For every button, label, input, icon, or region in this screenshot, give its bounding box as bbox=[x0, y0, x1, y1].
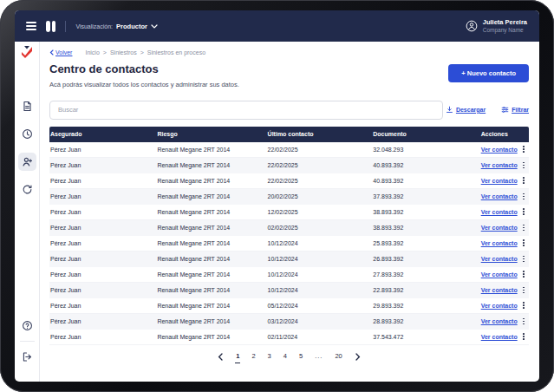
cell-documento: 27.893.392 bbox=[373, 271, 480, 278]
kebab-menu-icon[interactable] bbox=[521, 207, 526, 216]
view-contact-link[interactable]: Ver contacto bbox=[481, 193, 518, 199]
cell-ultimo-contacto: 10/12/2024 bbox=[268, 271, 374, 278]
page-title: Centro de contactos bbox=[49, 62, 239, 75]
pagination-page-20[interactable]: 20 bbox=[334, 350, 342, 363]
kebab-menu-icon[interactable] bbox=[521, 223, 526, 232]
kebab-menu-icon[interactable] bbox=[521, 176, 526, 185]
kebab-menu-icon[interactable] bbox=[521, 145, 526, 154]
kebab-menu-icon[interactable] bbox=[521, 285, 526, 294]
pagination-prev-icon[interactable] bbox=[216, 351, 225, 363]
kebab-menu-icon[interactable] bbox=[521, 270, 526, 278]
pagination-page-4[interactable]: 4 bbox=[283, 350, 288, 363]
view-contact-link[interactable]: Ver contacto bbox=[481, 147, 518, 153]
table-row: Pérez Juan Renault Megane 2RT 2014 03/12… bbox=[49, 314, 529, 330]
cell-ultimo-contacto: 20/02/2025 bbox=[268, 193, 374, 199]
cell-asegurado: Pérez Juan bbox=[49, 193, 157, 199]
table-row: Pérez Juan Renault Megane 2RT 2014 10/12… bbox=[49, 283, 529, 298]
sidebar-item-policies[interactable] bbox=[18, 97, 36, 115]
view-contact-link[interactable]: Ver contacto bbox=[481, 162, 518, 168]
breadcrumb-separator: > bbox=[103, 49, 107, 56]
pagination-pages: 12345...20 bbox=[235, 350, 342, 363]
view-contact-link[interactable]: Ver contacto bbox=[481, 318, 518, 324]
table-row: Pérez Juan Renault Megane 2RT 2014 22/02… bbox=[49, 173, 529, 189]
sidebar-item-help[interactable] bbox=[18, 317, 36, 335]
cell-asegurado: Pérez Juan bbox=[49, 303, 157, 309]
cell-ultimo-contacto: 05/12/2024 bbox=[268, 303, 374, 309]
kebab-menu-icon[interactable] bbox=[521, 160, 526, 169]
kebab-menu-icon[interactable] bbox=[521, 332, 526, 341]
back-link[interactable]: Volver bbox=[49, 49, 72, 56]
filter-button[interactable]: Filtrar bbox=[501, 106, 529, 114]
cell-riesgo: Renault Megane 2RT 2014 bbox=[157, 193, 267, 199]
view-contact-link[interactable]: Ver contacto bbox=[481, 303, 518, 309]
kebab-menu-icon[interactable] bbox=[521, 301, 526, 310]
company-name: Company Name bbox=[483, 28, 527, 34]
cell-acciones: Ver contacto bbox=[481, 254, 529, 263]
search-input[interactable] bbox=[49, 101, 443, 120]
menu-icon[interactable] bbox=[26, 22, 36, 30]
view-contact-link[interactable]: Ver contacto bbox=[481, 225, 518, 231]
sidebar-item-logout[interactable] bbox=[18, 348, 36, 366]
user-name: Julieta Pereira bbox=[483, 19, 527, 26]
sidebar-divider bbox=[20, 341, 35, 342]
view-contact-link[interactable]: Ver contacto bbox=[481, 209, 518, 215]
cell-riesgo: Renault Megane 2RT 2014 bbox=[157, 334, 267, 340]
logout-icon bbox=[22, 351, 33, 363]
pagination-page-3[interactable]: 3 bbox=[267, 350, 272, 363]
cell-ultimo-contacto: 02/11/2024 bbox=[268, 334, 374, 340]
kebab-menu-icon[interactable] bbox=[521, 238, 526, 247]
header-ultimo-contacto: Último contacto bbox=[268, 131, 374, 137]
sidebar bbox=[15, 42, 40, 382]
table-row: Pérez Juan Renault Megane 2RT 2014 20/02… bbox=[49, 189, 529, 205]
filter-label: Filtrar bbox=[512, 107, 529, 113]
page-subtitle: Acá podrás visualizar todos los contacto… bbox=[49, 81, 239, 88]
sidebar-item-renewals[interactable] bbox=[18, 180, 36, 199]
cell-documento: 22.893.392 bbox=[373, 287, 480, 293]
view-contact-link[interactable]: Ver contacto bbox=[481, 240, 518, 246]
table-row: Pérez Juan Renault Megane 2RT 2014 22/02… bbox=[49, 158, 529, 173]
breadcrumb-item-inicio[interactable]: Inicio bbox=[85, 49, 99, 56]
pagination-page-1[interactable]: 1 bbox=[235, 350, 240, 363]
view-contact-link[interactable]: Ver contacto bbox=[481, 178, 518, 184]
download-button[interactable]: Descargar bbox=[446, 106, 486, 114]
cell-ultimo-contacto: 22/02/2025 bbox=[268, 147, 374, 153]
view-contact-link[interactable]: Ver contacto bbox=[481, 271, 518, 278]
pagination-page-5[interactable]: 5 bbox=[298, 350, 303, 363]
cell-documento: 28.893.392 bbox=[373, 318, 480, 324]
user-menu[interactable]: Julieta Pereira Company Name bbox=[466, 19, 527, 34]
cell-documento: 26.893.392 bbox=[373, 256, 480, 262]
sidebar-item-claims[interactable] bbox=[18, 125, 36, 143]
view-contact-link[interactable]: Ver contacto bbox=[481, 256, 518, 262]
cell-documento: 38.893.392 bbox=[373, 225, 480, 231]
view-contact-link[interactable]: Ver contacto bbox=[481, 287, 518, 293]
page-header: Centro de contactos Acá podrás visualiza… bbox=[49, 62, 529, 88]
cell-acciones: Ver contacto bbox=[481, 160, 529, 169]
cell-ultimo-contacto: 10/12/2024 bbox=[268, 287, 374, 293]
claims-icon bbox=[22, 128, 33, 140]
cell-acciones: Ver contacto bbox=[481, 223, 529, 232]
cell-riesgo: Renault Megane 2RT 2014 bbox=[157, 240, 267, 246]
breadcrumb-separator: > bbox=[140, 49, 144, 56]
view-contact-link[interactable]: Ver contacto bbox=[481, 334, 518, 340]
kebab-menu-icon[interactable] bbox=[521, 317, 526, 325]
table-row: Pérez Juan Renault Megane 2RT 2014 10/12… bbox=[49, 236, 529, 252]
kebab-menu-icon[interactable] bbox=[521, 192, 526, 200]
visualization-dropdown[interactable]: Visualización: Productor bbox=[75, 23, 158, 30]
header-riesgo: Riesgo bbox=[157, 131, 267, 137]
table-row: Pérez Juan Renault Megane 2RT 2014 10/12… bbox=[49, 267, 529, 283]
cell-ultimo-contacto: 12/02/2025 bbox=[268, 209, 374, 215]
download-label: Descargar bbox=[456, 107, 486, 113]
search-wrap bbox=[49, 100, 443, 120]
sidebar-item-contacts[interactable] bbox=[18, 153, 36, 171]
breadcrumb-item-siniestros[interactable]: Siniestros bbox=[110, 49, 137, 56]
breadcrumb-trail: Inicio > Siniestros > Siniestros en proc… bbox=[85, 49, 205, 56]
chevron-left-icon bbox=[49, 49, 54, 56]
kebab-menu-icon[interactable] bbox=[521, 254, 526, 263]
cell-acciones: Ver contacto bbox=[481, 145, 529, 154]
pagination-page-2[interactable]: 2 bbox=[251, 350, 256, 363]
cell-asegurado: Pérez Juan bbox=[49, 287, 157, 293]
pagination-next-icon[interactable] bbox=[354, 351, 362, 363]
header-asegurado: Asegurado bbox=[49, 131, 157, 137]
new-contact-button[interactable]: + Nuevo contacto bbox=[448, 64, 529, 82]
table-row: Pérez Juan Renault Megane 2RT 2014 02/02… bbox=[49, 220, 529, 236]
